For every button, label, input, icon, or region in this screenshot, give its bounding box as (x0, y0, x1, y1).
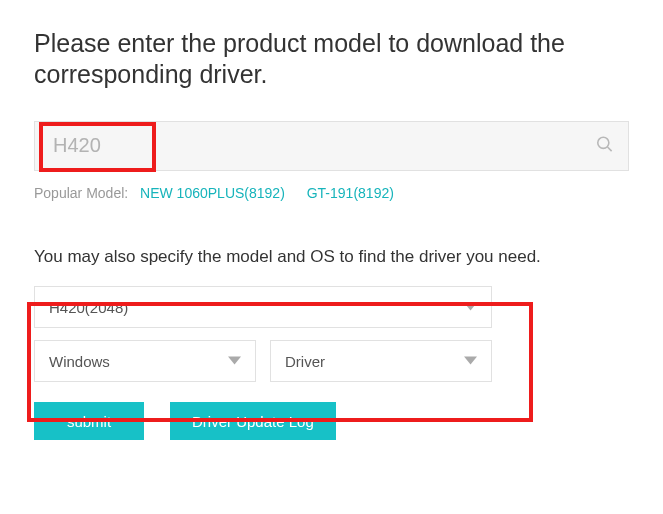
model-select[interactable]: H420(2048) (34, 286, 492, 328)
model-search-input[interactable] (35, 122, 628, 170)
svg-point-0 (598, 137, 609, 148)
driver-update-log-button[interactable]: Driver Update Log (170, 402, 336, 440)
submit-button[interactable]: submit (34, 402, 144, 440)
popular-models: Popular Model: NEW 1060PLUS(8192) GT-191… (34, 185, 629, 201)
type-select[interactable]: Driver (270, 340, 492, 382)
button-row: submit Driver Update Log (34, 402, 629, 440)
page-title: Please enter the product model to downlo… (34, 28, 629, 91)
popular-link-0[interactable]: NEW 1060PLUS(8192) (140, 185, 285, 201)
search-icon[interactable] (595, 134, 614, 157)
chevron-down-icon (464, 353, 477, 370)
popular-link-1[interactable]: GT-191(8192) (307, 185, 394, 201)
os-select[interactable]: Windows (34, 340, 256, 382)
chevron-down-icon (464, 299, 477, 316)
model-select-value: H420(2048) (49, 299, 128, 316)
popular-label: Popular Model: (34, 185, 128, 201)
selectors: H420(2048) Windows Driver (34, 286, 629, 382)
svg-line-1 (608, 147, 612, 151)
type-select-value: Driver (285, 353, 325, 370)
chevron-down-icon (228, 353, 241, 370)
os-select-value: Windows (49, 353, 110, 370)
subtitle: You may also specify the model and OS to… (34, 246, 629, 269)
search-container (34, 121, 629, 171)
